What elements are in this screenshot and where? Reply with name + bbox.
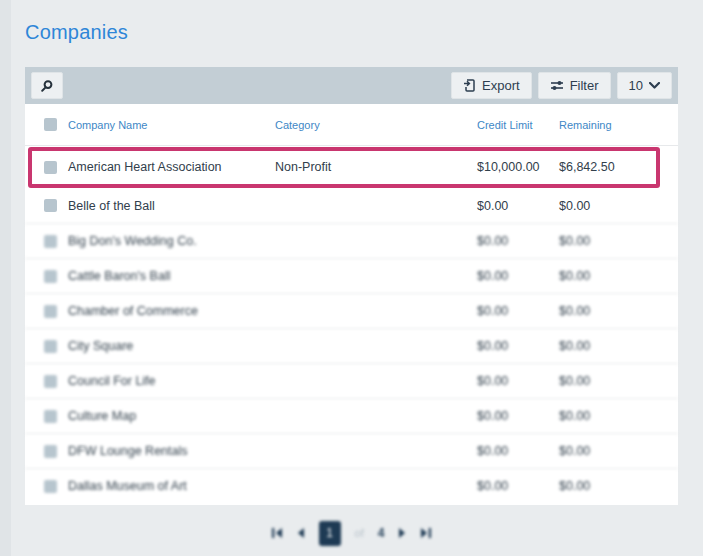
row-checkbox[interactable] bbox=[44, 161, 57, 174]
credit-limit-cell: $0.00 bbox=[477, 269, 559, 283]
column-header-category[interactable]: Category bbox=[275, 119, 477, 131]
table-row[interactable]: Cattle Baron's Ball $0.00 $0.00 bbox=[25, 258, 678, 293]
remaining-cell: $0.00 bbox=[559, 269, 678, 283]
company-name-cell: American Heart Association bbox=[68, 160, 275, 174]
filter-sliders-icon bbox=[550, 79, 564, 92]
table-row[interactable]: Council For Life $0.00 $0.00 bbox=[25, 363, 678, 398]
row-checkbox[interactable] bbox=[44, 270, 57, 283]
remaining-cell: $0.00 bbox=[559, 374, 678, 388]
category-cell: Non-Profit bbox=[275, 160, 477, 174]
search-icon bbox=[40, 79, 54, 93]
company-name-cell: DFW Lounge Rentals bbox=[68, 444, 275, 458]
company-name-cell: City Square bbox=[68, 339, 275, 353]
select-all-checkbox[interactable] bbox=[44, 118, 57, 131]
table-row[interactable]: City Square $0.00 $0.00 bbox=[25, 328, 678, 363]
company-name-cell: Dallas Museum of Art bbox=[68, 479, 275, 493]
table-row[interactable]: Dallas Museum of Art $0.00 $0.00 bbox=[25, 468, 678, 503]
export-file-icon bbox=[463, 79, 476, 92]
search-button[interactable] bbox=[31, 72, 63, 99]
table-row[interactable]: Big Don's Wedding Co. $0.00 $0.00 bbox=[25, 223, 678, 258]
credit-limit-cell: $0.00 bbox=[477, 479, 559, 493]
filter-label: Filter bbox=[570, 78, 599, 93]
company-name-cell: Chamber of Commerce bbox=[68, 304, 275, 318]
export-label: Export bbox=[482, 78, 520, 93]
table-row[interactable]: Belle of the Ball $0.00 $0.00 bbox=[25, 188, 678, 223]
row-checkbox[interactable] bbox=[44, 480, 57, 493]
previous-page-icon[interactable] bbox=[297, 528, 305, 538]
left-edge-strip bbox=[0, 0, 11, 556]
row-checkbox[interactable] bbox=[44, 340, 57, 353]
row-checkbox[interactable] bbox=[44, 199, 57, 212]
remaining-cell: $0.00 bbox=[559, 339, 678, 353]
row-checkbox[interactable] bbox=[44, 445, 57, 458]
remaining-cell: $0.00 bbox=[559, 479, 678, 493]
current-page-button[interactable]: 1 bbox=[319, 521, 341, 546]
remaining-cell: $0.00 bbox=[559, 444, 678, 458]
table-row[interactable]: American Heart Association Non-Profit $1… bbox=[25, 145, 678, 188]
company-name-cell: Belle of the Ball bbox=[68, 199, 275, 213]
chevron-down-icon bbox=[649, 82, 660, 89]
credit-limit-cell: $0.00 bbox=[477, 199, 559, 213]
credit-limit-cell: $0.00 bbox=[477, 444, 559, 458]
companies-table: Company Name Category Credit Limit Remai… bbox=[25, 104, 678, 505]
credit-limit-cell: $0.00 bbox=[477, 339, 559, 353]
credit-limit-cell: $0.00 bbox=[477, 374, 559, 388]
credit-limit-cell: $0.00 bbox=[477, 304, 559, 318]
column-header-credit-limit[interactable]: Credit Limit bbox=[477, 119, 559, 131]
last-page-icon[interactable] bbox=[420, 528, 431, 538]
page-size-dropdown[interactable]: 10 bbox=[617, 72, 672, 99]
remaining-cell: $0.00 bbox=[559, 409, 678, 423]
company-name-cell: Culture Map bbox=[68, 409, 275, 423]
page-of-label: of bbox=[355, 527, 364, 539]
column-header-company-name[interactable]: Company Name bbox=[68, 119, 275, 131]
first-page-icon[interactable] bbox=[272, 528, 283, 538]
remaining-cell: $0.00 bbox=[559, 199, 678, 213]
company-name-cell: Council For Life bbox=[68, 374, 275, 388]
credit-limit-cell: $0.00 bbox=[477, 234, 559, 248]
remaining-cell: $0.00 bbox=[559, 304, 678, 318]
row-checkbox[interactable] bbox=[44, 375, 57, 388]
page-title: Companies bbox=[25, 21, 128, 44]
row-checkbox[interactable] bbox=[44, 305, 57, 318]
remaining-cell: $6,842.50 bbox=[559, 160, 678, 174]
remaining-cell: $0.00 bbox=[559, 234, 678, 248]
table-row[interactable]: Culture Map $0.00 $0.00 bbox=[25, 398, 678, 433]
export-button[interactable]: Export bbox=[451, 72, 532, 99]
company-name-cell: Cattle Baron's Ball bbox=[68, 269, 275, 283]
credit-limit-cell: $10,000.00 bbox=[477, 160, 559, 174]
table-row[interactable]: Chamber of Commerce $0.00 $0.00 bbox=[25, 293, 678, 328]
pagination: 1 of 4 bbox=[25, 516, 678, 550]
table-header-row: Company Name Category Credit Limit Remai… bbox=[25, 104, 678, 145]
next-page-icon[interactable] bbox=[398, 528, 406, 538]
column-header-remaining[interactable]: Remaining bbox=[559, 119, 678, 131]
row-checkbox[interactable] bbox=[44, 410, 57, 423]
row-checkbox[interactable] bbox=[44, 235, 57, 248]
credit-limit-cell: $0.00 bbox=[477, 409, 559, 423]
grid-toolbar: Export Filter 10 bbox=[25, 67, 678, 104]
page-size-value: 10 bbox=[629, 78, 643, 93]
table-row[interactable]: DFW Lounge Rentals $0.00 $0.00 bbox=[25, 433, 678, 468]
filter-button[interactable]: Filter bbox=[538, 72, 611, 99]
company-name-cell: Big Don's Wedding Co. bbox=[68, 234, 275, 248]
total-pages-label: 4 bbox=[378, 526, 385, 540]
